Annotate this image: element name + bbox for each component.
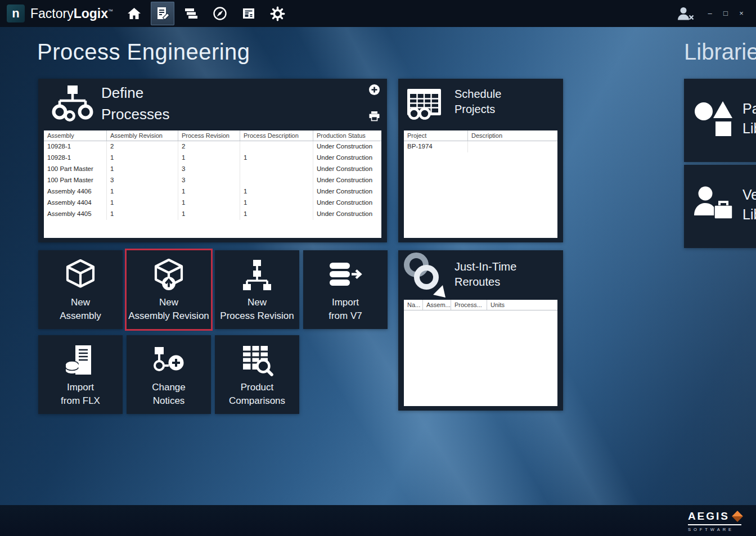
cell-assembly-revision: 1 bbox=[107, 186, 178, 197]
page-title: Process Engineering bbox=[37, 39, 250, 65]
cell-process-revision: 1 bbox=[178, 152, 240, 164]
table-row[interactable]: 10928-1 2 2 Under Construction bbox=[44, 141, 381, 152]
news-icon[interactable] bbox=[237, 2, 260, 25]
aegis-brand-row: AEGIS bbox=[688, 510, 741, 525]
import-from-flx-label: Import from FLX bbox=[61, 381, 100, 408]
product-comparisons-grid-icon bbox=[241, 343, 273, 377]
table-row[interactable]: 10928-1 1 1 1 Under Construction bbox=[44, 152, 381, 164]
new-assembly-tile[interactable]: New Assembly bbox=[38, 250, 123, 329]
table-row[interactable]: Assembly 4405 1 1 1 Under Construction bbox=[44, 209, 381, 220]
production-stack-icon[interactable] bbox=[179, 2, 203, 25]
cell-production-status: Under Construction bbox=[313, 152, 381, 164]
titlebar-right: – □ × bbox=[676, 6, 749, 21]
maximize-button[interactable]: □ bbox=[719, 7, 732, 20]
product-comparisons-tile[interactable]: Product Comparisons bbox=[215, 335, 299, 414]
vendor-library-tile[interactable]: Ve Lib bbox=[684, 165, 756, 248]
cell-production-status: Under Construction bbox=[313, 186, 381, 197]
logo-letter: n bbox=[12, 6, 19, 21]
new-process-revision-hierarchy-icon bbox=[241, 258, 273, 292]
table-row[interactable]: Assembly 4406 1 1 1 Under Construction bbox=[44, 186, 381, 197]
table-row[interactable]: 100 Part Master 1 3 Under Construction bbox=[44, 164, 381, 175]
define-processes-title: Define Processes bbox=[101, 82, 169, 125]
cell-assembly: 100 Part Master bbox=[44, 175, 107, 186]
cell-production-status: Under Construction bbox=[313, 175, 381, 186]
import-from-flx-tile[interactable]: Import from FLX bbox=[38, 335, 123, 414]
cell-process-revision: 3 bbox=[178, 164, 240, 175]
cell-assembly: Assembly 4404 bbox=[44, 197, 107, 209]
import-from-v7-tile[interactable]: Import from V7 bbox=[303, 250, 388, 329]
gear-icon[interactable] bbox=[266, 2, 289, 25]
import-from-v7-label: Import from V7 bbox=[328, 296, 362, 323]
projects-table-body: BP-1974 bbox=[404, 141, 557, 152]
aegis-brand: AEGIS bbox=[688, 510, 730, 523]
processes-table: AssemblyAssembly RevisionProcess Revisio… bbox=[44, 130, 381, 238]
cell-production-status: Under Construction bbox=[313, 209, 381, 220]
chain-links-icon bbox=[397, 249, 451, 303]
app-window: n FactoryLogix™ bbox=[0, 0, 756, 536]
close-button[interactable]: × bbox=[735, 7, 748, 20]
table-row[interactable]: BP-1974 bbox=[404, 141, 557, 152]
new-assembly-label: New Assembly bbox=[60, 296, 101, 323]
define-processes-header[interactable]: Define Processes bbox=[38, 79, 387, 130]
column-header[interactable]: Assembly Revision bbox=[107, 130, 178, 141]
minimize-button[interactable]: – bbox=[703, 7, 717, 20]
schedule-projects-panel: Schedule Projects ProjectDescription BP-… bbox=[398, 79, 563, 242]
new-assembly-revision-cube-icon bbox=[152, 258, 185, 292]
table-row[interactable]: 100 Part Master 3 3 Under Construction bbox=[44, 175, 381, 186]
process-engineering-icon[interactable] bbox=[151, 2, 174, 25]
column-header[interactable]: Process Description bbox=[240, 130, 313, 141]
cell-assembly: 10928-1 bbox=[44, 141, 107, 152]
column-header[interactable]: Process... bbox=[451, 300, 487, 310]
process-engineering-page: Process Engineering Libraries Define Pro… bbox=[0, 27, 756, 536]
change-notices-label: Change Notices bbox=[152, 381, 186, 408]
processes-table-header: AssemblyAssembly RevisionProcess Revisio… bbox=[44, 130, 381, 141]
cell-process-revision: 2 bbox=[178, 141, 240, 152]
schedule-projects-title: Schedule Projects bbox=[454, 87, 501, 117]
column-header[interactable]: Description bbox=[468, 130, 557, 141]
cell-process-description: 1 bbox=[240, 209, 313, 220]
aegis-logo: AEGIS SOFTWARE bbox=[688, 510, 741, 532]
column-header[interactable]: Process Revision bbox=[178, 130, 240, 141]
column-header[interactable]: Project bbox=[404, 130, 468, 141]
cell-process-description bbox=[240, 175, 313, 186]
main-nav bbox=[122, 2, 289, 25]
cell-description bbox=[468, 141, 557, 152]
cell-process-revision: 1 bbox=[178, 209, 240, 220]
column-header[interactable]: Units bbox=[487, 300, 557, 310]
new-process-revision-tile[interactable]: New Process Revision bbox=[215, 250, 299, 329]
change-notices-tile[interactable]: Change Notices bbox=[127, 335, 211, 414]
add-icon[interactable] bbox=[368, 84, 380, 98]
import-v7-database-icon bbox=[328, 258, 363, 292]
part-library-tile[interactable]: Pa Lib bbox=[684, 79, 756, 162]
titlebar: n FactoryLogix™ bbox=[0, 0, 756, 27]
change-notices-flowchart-icon bbox=[152, 343, 185, 377]
cell-process-description bbox=[240, 141, 313, 152]
new-process-revision-label: New Process Revision bbox=[220, 296, 294, 323]
window-controls: – □ × bbox=[703, 7, 748, 20]
cell-process-description bbox=[240, 164, 313, 175]
jit-reroutes-panel: Just-In-Time Reroutes Na...Assem...Proce… bbox=[398, 250, 563, 411]
define-processes-hierarchy-icon bbox=[51, 84, 94, 127]
print-icon[interactable] bbox=[368, 111, 380, 124]
home-icon[interactable] bbox=[122, 2, 146, 25]
new-assembly-revision-tile[interactable]: New Assembly Revision bbox=[127, 250, 211, 329]
aegis-subtitle: SOFTWARE bbox=[688, 527, 741, 532]
cell-process-revision: 1 bbox=[178, 197, 240, 209]
aegis-diamond-icon bbox=[732, 511, 743, 522]
table-row[interactable]: Assembly 4404 1 1 1 Under Construction bbox=[44, 197, 381, 209]
cell-assembly-revision: 2 bbox=[107, 141, 178, 152]
vendor-library-label: Ve Lib bbox=[742, 185, 756, 224]
column-header[interactable]: Assembly bbox=[44, 130, 107, 141]
compass-icon[interactable] bbox=[208, 2, 232, 25]
jit-reroutes-header[interactable]: Just-In-Time Reroutes bbox=[398, 250, 563, 302]
footer-band: AEGIS SOFTWARE bbox=[0, 505, 756, 536]
projects-table-header: ProjectDescription bbox=[404, 130, 557, 141]
calendar-icon bbox=[406, 86, 443, 123]
user-status-icon[interactable] bbox=[676, 6, 694, 21]
reroutes-table: Na...Assem...Process...Units bbox=[404, 300, 557, 406]
column-header[interactable]: Production Status bbox=[313, 130, 381, 141]
new-assembly-cube-icon bbox=[64, 258, 97, 292]
brand-wordmark: FactoryLogix™ bbox=[30, 6, 113, 21]
schedule-projects-header[interactable]: Schedule Projects bbox=[398, 79, 563, 130]
cell-assembly-revision: 3 bbox=[107, 175, 178, 186]
